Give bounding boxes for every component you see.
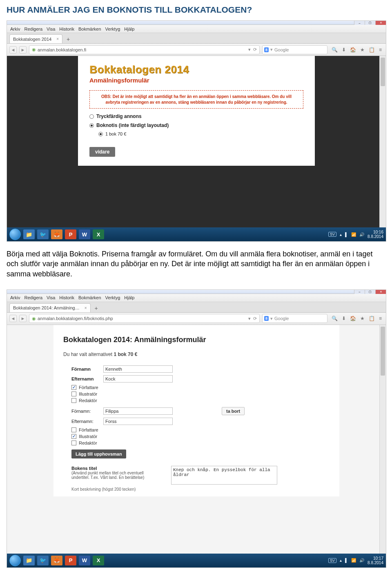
nav-back-button[interactable]: ◄ [9, 315, 17, 322]
reader-mode-icon[interactable]: ▾ [248, 47, 251, 52]
new-tab-button[interactable]: + [92, 304, 100, 312]
window-close-button[interactable]: ✕ [375, 21, 386, 25]
menu-historik[interactable]: Historik [59, 27, 74, 31]
url-input[interactable]: ◉ anmalan.bokkatalogen.fi ▾ ⟳ [29, 45, 260, 54]
menu-visa[interactable]: Visa [47, 27, 55, 31]
taskbar-thunderbird-icon[interactable]: 🐦 [37, 229, 49, 239]
window-close-button[interactable]: ✕ [375, 290, 386, 294]
start-button[interactable] [9, 229, 21, 240]
tray-volume-icon[interactable]: 🔊 [359, 558, 364, 563]
menu-icon[interactable]: ≡ [379, 47, 382, 53]
tray-show-hidden-icon[interactable]: ▴ [340, 232, 342, 237]
tab-label: Bokkatalogen 2014 [13, 37, 51, 42]
home-icon[interactable]: 🏠 [350, 316, 356, 321]
menu-bokmarken[interactable]: Bokmärken [78, 295, 101, 300]
taskbar-powerpoint-icon[interactable]: P [65, 229, 76, 239]
scrollbar-thumb[interactable] [381, 327, 385, 376]
taskbar-thunderbird-icon[interactable]: 🐦 [37, 556, 49, 565]
tray-flag-icon[interactable]: ▌ [345, 232, 348, 237]
tab-close-icon[interactable]: × [56, 37, 59, 41]
taskbar-excel-icon[interactable]: X [93, 556, 104, 565]
menu-verktyg[interactable]: Verktyg [105, 27, 120, 31]
taskbar-firefox-icon[interactable]: 🦊 [51, 556, 62, 565]
menu-redigera[interactable]: Redigera [24, 295, 42, 300]
downloads-icon[interactable]: ⬇ [342, 47, 346, 53]
menu-hjalp[interactable]: Hjälp [124, 295, 134, 300]
menu-verktyg[interactable]: Verktyg [105, 295, 120, 300]
start-button[interactable] [9, 555, 21, 566]
reload-icon[interactable]: ⟳ [253, 47, 257, 52]
window-maximize-button[interactable]: ▢ [365, 21, 375, 25]
option-boknotis[interactable]: Boknotis (inte färdigt layoutad) [89, 122, 303, 128]
option-boknotis-price[interactable]: 1 bok 70 € [98, 131, 303, 136]
clipboard-icon[interactable]: 📋 [369, 316, 375, 321]
taskbar-word-icon[interactable]: W [79, 556, 90, 565]
taskbar-clock[interactable]: 10:16 8.8.2014 [368, 230, 383, 239]
fornamn-input[interactable] [103, 365, 173, 373]
form-title: Bokkatalogen 2014 [89, 63, 303, 76]
browser-tab[interactable]: Bokkatalogen 2014: Anmälning… × [9, 303, 91, 312]
scrollbar[interactable] [379, 325, 386, 554]
nav-forward-button[interactable]: ► [19, 46, 27, 53]
menu-redigera[interactable]: Redigera [24, 27, 42, 31]
taskbar-excel-icon[interactable]: X [93, 229, 104, 239]
new-tab-button[interactable]: + [64, 35, 72, 43]
reader-mode-icon[interactable]: ▾ [248, 316, 251, 321]
tab-close-icon[interactable]: × [85, 306, 87, 310]
tray-network-icon[interactable]: 📶 [351, 232, 356, 237]
window-minimize-button[interactable]: – [354, 290, 365, 294]
browser-tab[interactable]: Bokkatalogen 2014 × [9, 34, 62, 43]
add-person-button[interactable]: Lägg till upphovsman [71, 449, 126, 458]
tray-show-hidden-icon[interactable]: ▴ [340, 558, 342, 563]
bookmark-icon[interactable]: ★ [360, 316, 365, 321]
checkbox-redaktor[interactable]: Redaktör [71, 441, 330, 445]
nav-back-button[interactable]: ◄ [9, 46, 17, 53]
home-icon[interactable]: 🏠 [350, 47, 356, 53]
window-minimize-button[interactable]: – [354, 21, 365, 25]
fornamn-input[interactable] [103, 407, 173, 415]
taskbar-powerpoint-icon[interactable]: P [65, 556, 76, 565]
taskbar-firefox-icon[interactable]: 🦊 [51, 229, 62, 239]
url-input[interactable]: ◉ anmalan.bokkatalogen.fi/boknotis.php ▾… [29, 314, 260, 323]
efternamn-input[interactable] [103, 418, 173, 425]
taskbar-word-icon[interactable]: W [79, 229, 90, 239]
language-indicator[interactable]: SV [328, 232, 336, 237]
menu-visa[interactable]: Visa [47, 295, 55, 300]
downloads-icon[interactable]: ⬇ [342, 316, 346, 321]
menu-arkiv[interactable]: Arkiv [10, 295, 20, 300]
menu-hjalp[interactable]: Hjälp [124, 27, 134, 31]
search-icon[interactable]: 🔍 [332, 316, 338, 321]
reload-icon[interactable]: ⟳ [253, 316, 257, 321]
taskbar-explorer-icon[interactable]: 📁 [23, 229, 35, 239]
tray-volume-icon[interactable]: 🔊 [359, 232, 364, 237]
search-icon[interactable]: 🔍 [332, 47, 338, 53]
tray-flag-icon[interactable]: ▌ [345, 558, 348, 563]
window-maximize-button[interactable]: ▢ [365, 290, 375, 294]
search-input[interactable]: 8 ▾ Google [262, 45, 327, 54]
efternamn-input[interactable] [103, 375, 173, 383]
menu-arkiv[interactable]: Arkiv [10, 27, 20, 31]
scrollbar[interactable] [379, 56, 386, 227]
taskbar-explorer-icon[interactable]: 📁 [23, 556, 35, 565]
menu-historik[interactable]: Historik [59, 295, 74, 300]
taskbar-clock[interactable]: 10:17 8.8.2014 [368, 556, 383, 565]
tray-network-icon[interactable]: 📶 [351, 558, 356, 563]
menu-icon[interactable]: ≡ [379, 316, 382, 321]
vidare-button[interactable]: vidare [89, 147, 115, 157]
bookmark-icon[interactable]: ★ [360, 47, 365, 53]
page-viewport: Bokkatalogen 2014 Anmälningsformulär OBS… [7, 56, 386, 227]
nav-forward-button[interactable]: ► [19, 315, 27, 322]
checkbox-forfattare[interactable]: Författare [71, 385, 330, 390]
menu-bokmarken[interactable]: Bokmärken [78, 27, 101, 31]
checkbox-redaktor[interactable]: Redaktör [71, 398, 330, 403]
checkbox-illustrator[interactable]: Illustratör [71, 434, 330, 439]
scrollbar-thumb[interactable] [381, 58, 385, 86]
checkbox-illustrator[interactable]: Illustratör [71, 392, 330, 396]
remove-person-button[interactable]: ta bort [222, 407, 245, 415]
language-indicator[interactable]: SV [328, 558, 336, 563]
book-title-input[interactable] [171, 466, 277, 485]
clipboard-icon[interactable]: 📋 [369, 47, 375, 53]
search-input[interactable]: 8 ▾ Google [262, 314, 327, 323]
option-tryckfardig[interactable]: Tryckfärdig annons [89, 113, 303, 119]
checkbox-forfattare[interactable]: Författare [71, 427, 330, 432]
